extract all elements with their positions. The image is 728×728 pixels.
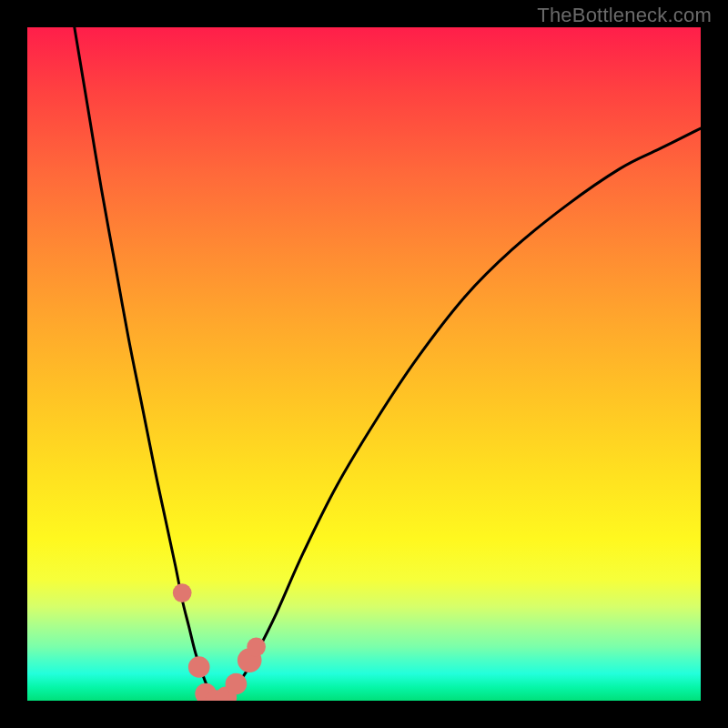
curve-right-branch <box>216 128 701 701</box>
outer-frame: TheBottleneck.com <box>0 0 728 728</box>
plot-area <box>27 27 701 701</box>
curve-left-branch <box>75 27 216 701</box>
marker-5 <box>226 673 248 695</box>
data-markers <box>173 583 266 701</box>
curve-series <box>75 27 701 701</box>
watermark-text: TheBottleneck.com <box>537 4 712 27</box>
marker-7 <box>247 637 266 656</box>
plot-svg <box>27 27 701 701</box>
marker-1 <box>188 656 210 678</box>
marker-0 <box>173 583 192 602</box>
